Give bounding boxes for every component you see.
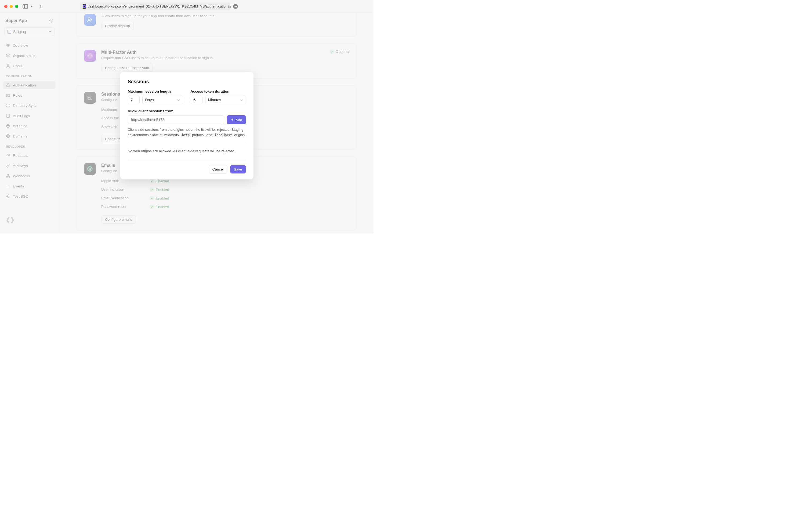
chevron-down-icon[interactable] bbox=[30, 5, 33, 8]
browser-chrome: dashboard.workos.com/environment_01HARXT… bbox=[0, 0, 373, 13]
modal-overlay[interactable]: Sessions Maximum session length Days Acc… bbox=[0, 13, 373, 233]
access-token-unit-select[interactable]: Minutes bbox=[205, 96, 246, 104]
chevron-down-icon bbox=[240, 98, 243, 102]
chevron-down-icon bbox=[177, 98, 180, 102]
page-actions-icon[interactable]: ••• bbox=[233, 4, 238, 9]
plus-icon bbox=[231, 118, 234, 121]
add-origin-button[interactable]: Add bbox=[227, 115, 246, 124]
origin-input[interactable] bbox=[128, 115, 225, 124]
origins-label: Allow client sessions from bbox=[128, 109, 246, 113]
access-token-label: Access token duration bbox=[191, 90, 246, 94]
window-controls bbox=[4, 5, 18, 8]
site-extension-icon bbox=[83, 4, 85, 9]
close-window[interactable] bbox=[4, 5, 7, 8]
url-text: dashboard.workos.com/environment_01HARXT… bbox=[88, 4, 226, 8]
max-session-unit-select[interactable]: Days bbox=[142, 96, 183, 104]
svg-rect-0 bbox=[23, 5, 27, 8]
empty-origins-message: No web origins are allowed. All client-s… bbox=[128, 146, 246, 156]
svg-rect-2 bbox=[228, 6, 230, 8]
divider bbox=[128, 160, 246, 160]
cancel-button[interactable]: Cancel bbox=[209, 165, 227, 173]
max-session-label: Maximum session length bbox=[128, 90, 183, 94]
minimize-window[interactable] bbox=[10, 5, 13, 8]
modal-title: Sessions bbox=[128, 79, 246, 84]
origins-helper-text: Client-side sessions from the origins no… bbox=[128, 127, 246, 137]
save-button[interactable]: Save bbox=[230, 165, 246, 173]
access-token-value-input[interactable] bbox=[191, 96, 202, 104]
sessions-modal: Sessions Maximum session length Days Acc… bbox=[120, 72, 253, 179]
back-icon[interactable] bbox=[39, 4, 43, 9]
max-session-value-input[interactable] bbox=[128, 96, 139, 104]
url-bar[interactable]: dashboard.workos.com/environment_01HARXT… bbox=[80, 2, 230, 10]
maximize-window[interactable] bbox=[15, 5, 18, 8]
divider bbox=[128, 142, 246, 142]
lock-icon bbox=[228, 5, 231, 8]
sidebar-toggle-icon[interactable] bbox=[22, 4, 28, 9]
